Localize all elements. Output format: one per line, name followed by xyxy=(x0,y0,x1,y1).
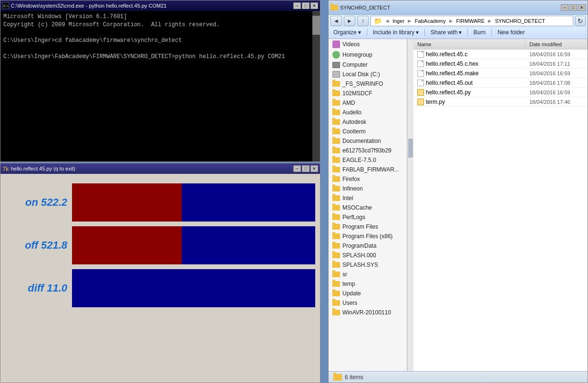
sidebar-label-2: Computer xyxy=(342,61,368,68)
cmd-titlebar: C:\ C:\Windows\system32\cmd.exe - python… xyxy=(0,0,320,11)
sidebar-item-5[interactable]: 102MSDCF xyxy=(329,89,407,98)
sidebar-label-12: EAGLE-7.5.0 xyxy=(342,157,376,163)
bar-row-2: diff 11.0 xyxy=(5,269,315,307)
sidebar-item-24[interactable]: sr xyxy=(329,270,407,279)
sidebar-item-8[interactable]: Autodesk xyxy=(329,117,407,127)
bar-container-1 xyxy=(72,226,315,264)
cmd-maximize-button[interactable]: □ xyxy=(302,2,309,9)
sidebar-item-16[interactable]: Intel xyxy=(329,193,407,203)
sidebar-item-15[interactable]: Infineon xyxy=(329,184,407,193)
sidebar-item-20[interactable]: Program Files (x86) xyxy=(329,232,407,241)
sidebar-item-6[interactable]: AMD xyxy=(329,98,407,108)
file-row-2[interactable]: hello.reflect.45.make18/04/2016 16:59 xyxy=(413,69,588,78)
organize-dropdown-icon: ▾ xyxy=(358,29,361,36)
py-maximize-button[interactable]: □ xyxy=(302,165,309,172)
sidebar-icon-19 xyxy=(332,224,340,230)
sidebar-item-19[interactable]: Program Files xyxy=(329,222,407,232)
py-minimize-button[interactable]: ─ xyxy=(293,165,301,172)
file-row-5[interactable]: term.py18/04/2016 17:46 xyxy=(413,97,588,107)
sidebar-label-15: Infineon xyxy=(342,185,363,192)
sidebar-icon-14 xyxy=(332,176,340,182)
cmd-close-button[interactable]: ✕ xyxy=(310,2,318,9)
back-button[interactable]: ◄ xyxy=(330,16,342,26)
cmd-scrollbar-thumb[interactable] xyxy=(312,16,320,35)
sidebar-icon-25 xyxy=(332,281,340,287)
cmd-title-text: C:\Windows\system32\cmd.exe - python hel… xyxy=(11,3,166,9)
sidebar-item-18[interactable]: PerfLogs xyxy=(329,212,407,222)
new-folder-button[interactable]: New folder xyxy=(495,28,526,37)
explorer-close-button[interactable]: ✕ xyxy=(578,4,586,11)
sidebar-item-2[interactable]: Computer xyxy=(329,60,407,70)
cmd-output: Microsoft Windows [Version 6.1.7601] Cop… xyxy=(3,13,317,61)
path-inger: Inger xyxy=(392,18,404,24)
path-firmware: FIRMWARE xyxy=(456,18,485,24)
sidebar-item-11[interactable]: e612753cd7f93b29 xyxy=(329,146,407,155)
file-date-1: 18/04/2016 17:11 xyxy=(526,61,588,67)
py-window: 7k hello.reflect.45.py (q to exit) ─ □ ✕… xyxy=(0,163,320,383)
sidebar-item-3[interactable]: Local Disk (C:) xyxy=(329,70,407,79)
sidebar-item-23[interactable]: SPLASH.SYS xyxy=(329,260,407,270)
sidebar-item-4[interactable]: _FS_SWRINFO xyxy=(329,79,407,89)
py-close-button[interactable]: ✕ xyxy=(310,165,318,172)
toolbar-sep-2 xyxy=(424,29,425,36)
sidebar-item-28[interactable]: WinAVR-20100110 xyxy=(329,308,407,317)
path-synchro: SYNCHRO_DETECT xyxy=(495,18,545,24)
cmd-minimize-button[interactable]: ─ xyxy=(293,2,301,9)
toolbar-sep-3 xyxy=(467,29,468,36)
sidebar-item-12[interactable]: EAGLE-7.5.0 xyxy=(329,155,407,165)
file-name-text-5: term.py xyxy=(426,99,445,105)
sidebar-label-8: Autodesk xyxy=(342,119,366,125)
explorer-maximize-button[interactable]: □ xyxy=(569,4,577,11)
cmd-window-controls: ─ □ ✕ xyxy=(293,2,318,9)
file-row-4[interactable]: hello.reflect.45.py18/04/2016 16:59 xyxy=(413,88,588,97)
sidebar-item-7[interactable]: Audello xyxy=(329,108,407,117)
sidebar-item-25[interactable]: temp xyxy=(329,279,407,289)
sidebar-scrollbar[interactable] xyxy=(407,39,413,371)
include-in-library-button[interactable]: Include in library ▾ xyxy=(371,28,421,37)
file-name-cell-4: hello.reflect.45.py xyxy=(413,89,526,96)
sidebar-item-21[interactable]: ProgramData xyxy=(329,241,407,251)
explorer-sidebar[interactable]: VideosHomegroupComputerLocal Disk (C:)_F… xyxy=(329,39,407,371)
cmd-body[interactable]: Microsoft Windows [Version 6.1.7601] Cop… xyxy=(0,11,320,161)
file-row-3[interactable]: hello.reflect.45.out18/04/2016 17:08 xyxy=(413,78,588,88)
sidebar-icon-22 xyxy=(332,252,340,258)
file-list-area: Name Date modified hello.reflect.45.c18/… xyxy=(413,39,588,107)
sidebar-icon-5 xyxy=(332,91,340,96)
sidebar-scrollbar-thumb[interactable] xyxy=(408,139,413,158)
sidebar-item-22[interactable]: SPLASH.000 xyxy=(329,251,407,260)
cmd-scrollbar[interactable] xyxy=(312,11,320,161)
file-name-cell-2: hello.reflect.45.make xyxy=(413,70,526,77)
sidebar-item-14[interactable]: Firefox xyxy=(329,174,407,184)
bar-row-0: on 522.2 xyxy=(5,183,315,222)
sidebar-item-0[interactable]: Videos xyxy=(329,39,407,50)
sidebar-icon-2 xyxy=(332,62,340,68)
forward-button[interactable]: ► xyxy=(344,16,355,26)
refresh-button[interactable]: ↻ xyxy=(575,16,586,26)
sidebar-item-10[interactable]: Documentation xyxy=(329,136,407,146)
share-with-button[interactable]: Share with ▾ xyxy=(429,28,464,37)
col-name[interactable]: Name xyxy=(413,39,526,49)
file-row-1[interactable]: hello.reflect.45.c.hex18/04/2016 17:11 xyxy=(413,59,588,69)
sidebar-item-1[interactable]: Homegroup xyxy=(329,50,407,60)
sidebar-item-26[interactable]: Update xyxy=(329,289,407,298)
sidebar-label-5: 102MSDCF xyxy=(342,90,372,97)
sidebar-item-27[interactable]: Users xyxy=(329,298,407,308)
sidebar-item-13[interactable]: FABLAB_FIRMWAR... xyxy=(329,165,407,174)
file-list-header: Name Date modified xyxy=(413,39,588,50)
col-date[interactable]: Date modified xyxy=(526,39,588,49)
sidebar-item-9[interactable]: Coolterm xyxy=(329,127,407,136)
explorer-filelist: Name Date modified hello.reflect.45.c18/… xyxy=(413,39,588,371)
up-button[interactable]: ↑ xyxy=(357,16,369,26)
include-dropdown-icon: ▾ xyxy=(416,29,419,36)
file-row-0[interactable]: hello.reflect.45.c18/04/2016 16:59 xyxy=(413,50,588,59)
burn-button[interactable]: Burn xyxy=(472,28,487,37)
organize-button[interactable]: Organize ▾ xyxy=(331,28,363,37)
explorer-titlebar: SYNCHRO_DETECT ─ □ ✕ xyxy=(329,0,588,15)
sidebar-icon-10 xyxy=(332,138,340,144)
sidebar-icon-16 xyxy=(332,195,340,201)
sidebar-icon-11 xyxy=(332,148,340,153)
sidebar-item-17[interactable]: MSOCache xyxy=(329,203,407,212)
address-path[interactable]: 📁 ◄ Inger ► FabAcademy ► FIRMWARE ► SYNC… xyxy=(371,16,573,26)
explorer-minimize-button[interactable]: ─ xyxy=(561,4,568,11)
file-name-cell-0: hello.reflect.45.c xyxy=(413,51,526,58)
